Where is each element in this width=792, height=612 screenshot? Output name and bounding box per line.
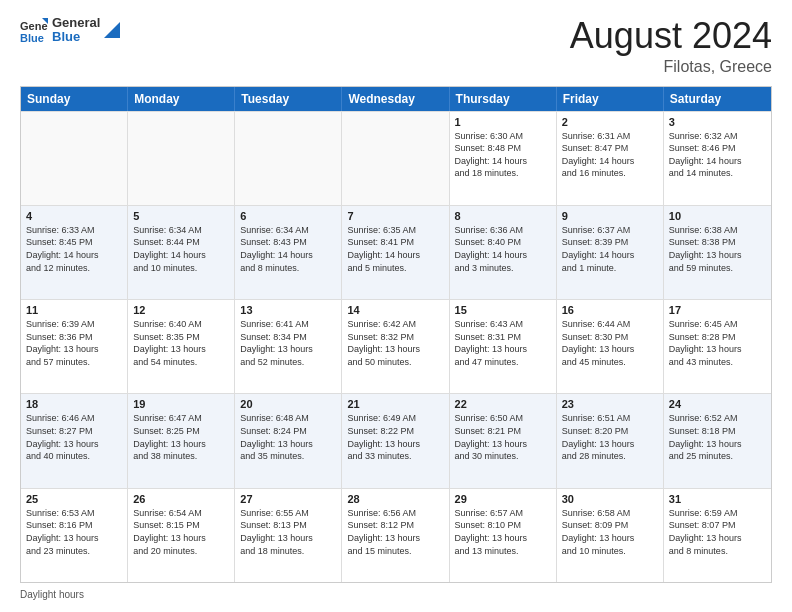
calendar-body: 1Sunrise: 6:30 AMSunset: 8:48 PMDaylight… [21,111,771,582]
day-details: Sunrise: 6:56 AMSunset: 8:12 PMDaylight:… [347,507,443,557]
day-details: Sunrise: 6:38 AMSunset: 8:38 PMDaylight:… [669,224,766,274]
day-details: Sunrise: 6:57 AMSunset: 8:10 PMDaylight:… [455,507,551,557]
day-cell-9: 9Sunrise: 6:37 AMSunset: 8:39 PMDaylight… [557,206,664,299]
day-cell-19: 19Sunrise: 6:47 AMSunset: 8:25 PMDayligh… [128,394,235,487]
title-block: August 2024 Filotas, Greece [570,16,772,76]
day-cell-23: 23Sunrise: 6:51 AMSunset: 8:20 PMDayligh… [557,394,664,487]
svg-marker-3 [104,22,120,38]
header-day-tuesday: Tuesday [235,87,342,111]
day-cell-4: 4Sunrise: 6:33 AMSunset: 8:45 PMDaylight… [21,206,128,299]
day-details: Sunrise: 6:50 AMSunset: 8:21 PMDaylight:… [455,412,551,462]
day-cell-8: 8Sunrise: 6:36 AMSunset: 8:40 PMDaylight… [450,206,557,299]
day-details: Sunrise: 6:43 AMSunset: 8:31 PMDaylight:… [455,318,551,368]
day-number: 10 [669,210,766,222]
day-details: Sunrise: 6:34 AMSunset: 8:44 PMDaylight:… [133,224,229,274]
calendar-week-5: 25Sunrise: 6:53 AMSunset: 8:16 PMDayligh… [21,488,771,582]
day-number: 18 [26,398,122,410]
day-number: 23 [562,398,658,410]
day-number: 26 [133,493,229,505]
day-number: 6 [240,210,336,222]
svg-text:General: General [20,20,48,32]
day-number: 8 [455,210,551,222]
day-details: Sunrise: 6:36 AMSunset: 8:40 PMDaylight:… [455,224,551,274]
day-number: 3 [669,116,766,128]
day-number: 30 [562,493,658,505]
day-cell-10: 10Sunrise: 6:38 AMSunset: 8:38 PMDayligh… [664,206,771,299]
day-number: 29 [455,493,551,505]
calendar-week-3: 11Sunrise: 6:39 AMSunset: 8:36 PMDayligh… [21,299,771,393]
empty-cell [128,112,235,205]
day-cell-6: 6Sunrise: 6:34 AMSunset: 8:43 PMDaylight… [235,206,342,299]
day-cell-27: 27Sunrise: 6:55 AMSunset: 8:13 PMDayligh… [235,489,342,582]
svg-text:Blue: Blue [20,32,44,44]
footer-note: Daylight hours [20,589,772,600]
day-details: Sunrise: 6:54 AMSunset: 8:15 PMDaylight:… [133,507,229,557]
day-details: Sunrise: 6:30 AMSunset: 8:48 PMDaylight:… [455,130,551,180]
logo-blue: Blue [52,30,100,44]
day-details: Sunrise: 6:49 AMSunset: 8:22 PMDaylight:… [347,412,443,462]
page: General Blue General Blue August 2024 Fi… [0,0,792,612]
day-number: 27 [240,493,336,505]
day-details: Sunrise: 6:42 AMSunset: 8:32 PMDaylight:… [347,318,443,368]
day-cell-2: 2Sunrise: 6:31 AMSunset: 8:47 PMDaylight… [557,112,664,205]
day-cell-1: 1Sunrise: 6:30 AMSunset: 8:48 PMDaylight… [450,112,557,205]
day-cell-24: 24Sunrise: 6:52 AMSunset: 8:18 PMDayligh… [664,394,771,487]
day-details: Sunrise: 6:53 AMSunset: 8:16 PMDaylight:… [26,507,122,557]
day-number: 9 [562,210,658,222]
day-details: Sunrise: 6:41 AMSunset: 8:34 PMDaylight:… [240,318,336,368]
day-details: Sunrise: 6:46 AMSunset: 8:27 PMDaylight:… [26,412,122,462]
day-number: 13 [240,304,336,316]
day-cell-7: 7Sunrise: 6:35 AMSunset: 8:41 PMDaylight… [342,206,449,299]
day-number: 21 [347,398,443,410]
day-number: 12 [133,304,229,316]
calendar-week-2: 4Sunrise: 6:33 AMSunset: 8:45 PMDaylight… [21,205,771,299]
day-number: 1 [455,116,551,128]
day-details: Sunrise: 6:40 AMSunset: 8:35 PMDaylight:… [133,318,229,368]
day-details: Sunrise: 6:59 AMSunset: 8:07 PMDaylight:… [669,507,766,557]
logo-icon: General Blue [20,16,48,44]
day-cell-14: 14Sunrise: 6:42 AMSunset: 8:32 PMDayligh… [342,300,449,393]
day-cell-17: 17Sunrise: 6:45 AMSunset: 8:28 PMDayligh… [664,300,771,393]
day-details: Sunrise: 6:48 AMSunset: 8:24 PMDaylight:… [240,412,336,462]
day-cell-20: 20Sunrise: 6:48 AMSunset: 8:24 PMDayligh… [235,394,342,487]
day-details: Sunrise: 6:55 AMSunset: 8:13 PMDaylight:… [240,507,336,557]
day-cell-15: 15Sunrise: 6:43 AMSunset: 8:31 PMDayligh… [450,300,557,393]
day-number: 5 [133,210,229,222]
month-year-title: August 2024 [570,16,772,56]
day-number: 22 [455,398,551,410]
day-number: 17 [669,304,766,316]
day-cell-25: 25Sunrise: 6:53 AMSunset: 8:16 PMDayligh… [21,489,128,582]
day-cell-11: 11Sunrise: 6:39 AMSunset: 8:36 PMDayligh… [21,300,128,393]
calendar-week-4: 18Sunrise: 6:46 AMSunset: 8:27 PMDayligh… [21,393,771,487]
header-day-sunday: Sunday [21,87,128,111]
day-number: 15 [455,304,551,316]
day-number: 4 [26,210,122,222]
header-day-thursday: Thursday [450,87,557,111]
day-details: Sunrise: 6:33 AMSunset: 8:45 PMDaylight:… [26,224,122,274]
day-cell-31: 31Sunrise: 6:59 AMSunset: 8:07 PMDayligh… [664,489,771,582]
day-cell-26: 26Sunrise: 6:54 AMSunset: 8:15 PMDayligh… [128,489,235,582]
empty-cell [342,112,449,205]
empty-cell [21,112,128,205]
logo-wordmark: General Blue [52,16,100,45]
location-subtitle: Filotas, Greece [570,58,772,76]
day-cell-16: 16Sunrise: 6:44 AMSunset: 8:30 PMDayligh… [557,300,664,393]
header-day-saturday: Saturday [664,87,771,111]
day-details: Sunrise: 6:35 AMSunset: 8:41 PMDaylight:… [347,224,443,274]
day-cell-28: 28Sunrise: 6:56 AMSunset: 8:12 PMDayligh… [342,489,449,582]
day-details: Sunrise: 6:32 AMSunset: 8:46 PMDaylight:… [669,130,766,180]
logo-general: General [52,16,100,30]
logo: General Blue General Blue [20,16,120,45]
header: General Blue General Blue August 2024 Fi… [20,16,772,76]
header-day-wednesday: Wednesday [342,87,449,111]
day-cell-5: 5Sunrise: 6:34 AMSunset: 8:44 PMDaylight… [128,206,235,299]
day-cell-22: 22Sunrise: 6:50 AMSunset: 8:21 PMDayligh… [450,394,557,487]
day-cell-12: 12Sunrise: 6:40 AMSunset: 8:35 PMDayligh… [128,300,235,393]
day-number: 28 [347,493,443,505]
header-day-friday: Friday [557,87,664,111]
calendar-week-1: 1Sunrise: 6:30 AMSunset: 8:48 PMDaylight… [21,111,771,205]
day-number: 31 [669,493,766,505]
day-cell-29: 29Sunrise: 6:57 AMSunset: 8:10 PMDayligh… [450,489,557,582]
calendar-header-row: SundayMondayTuesdayWednesdayThursdayFrid… [21,87,771,111]
day-details: Sunrise: 6:44 AMSunset: 8:30 PMDaylight:… [562,318,658,368]
